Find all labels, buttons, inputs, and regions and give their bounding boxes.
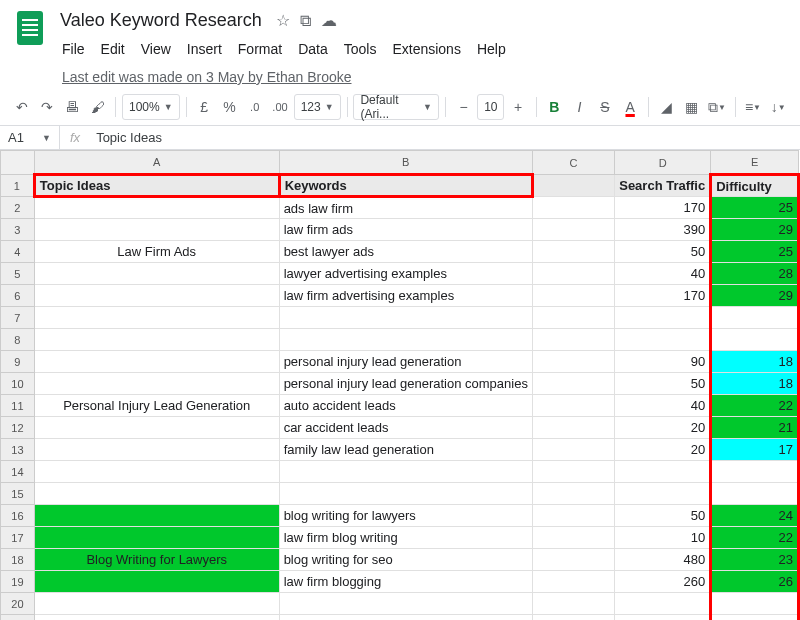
cell-E4[interactable]: 25 xyxy=(711,241,799,263)
cell-D7[interactable] xyxy=(615,307,711,329)
cloud-icon[interactable]: ☁ xyxy=(321,11,337,30)
vertical-align-button[interactable]: ↓▼ xyxy=(767,93,790,121)
cell-E17[interactable]: 22 xyxy=(711,527,799,549)
cell-D14[interactable] xyxy=(615,461,711,483)
cell-D3[interactable]: 390 xyxy=(615,219,711,241)
row-header-16[interactable]: 16 xyxy=(1,505,35,527)
cell-C13[interactable] xyxy=(532,439,614,461)
cell-A2[interactable] xyxy=(34,197,279,219)
cell-C9[interactable] xyxy=(532,351,614,373)
cell-E2[interactable]: 25 xyxy=(711,197,799,219)
cell-D12[interactable]: 20 xyxy=(615,417,711,439)
star-icon[interactable]: ☆ xyxy=(276,11,290,30)
print-button[interactable]: 🖶 xyxy=(61,93,84,121)
cell-E6[interactable]: 29 xyxy=(711,285,799,307)
cell-B4[interactable]: best lawyer ads xyxy=(279,241,532,263)
cell-C7[interactable] xyxy=(532,307,614,329)
row-header-1[interactable]: 1 xyxy=(1,175,35,197)
col-header-A[interactable]: A xyxy=(34,151,279,175)
cell-E11[interactable]: 22 xyxy=(711,395,799,417)
menu-file[interactable]: File xyxy=(56,37,91,61)
cell-C16[interactable] xyxy=(532,505,614,527)
row-header-4[interactable]: 4 xyxy=(1,241,35,263)
cell-B20[interactable] xyxy=(279,593,532,615)
cell-B8[interactable] xyxy=(279,329,532,351)
cell-D20[interactable] xyxy=(615,593,711,615)
cell-C3[interactable] xyxy=(532,219,614,241)
cell-C10[interactable] xyxy=(532,373,614,395)
cell-B15[interactable] xyxy=(279,483,532,505)
cell-D2[interactable]: 170 xyxy=(615,197,711,219)
cell-E9[interactable]: 18 xyxy=(711,351,799,373)
row-header-6[interactable]: 6 xyxy=(1,285,35,307)
row-header-13[interactable]: 13 xyxy=(1,439,35,461)
last-edit-link[interactable]: Last edit was made on 3 May by Ethan Bro… xyxy=(56,65,358,89)
text-color-button[interactable]: A xyxy=(619,93,642,121)
italic-button[interactable]: I xyxy=(568,93,591,121)
cell-E14[interactable] xyxy=(711,461,799,483)
row-header-18[interactable]: 18 xyxy=(1,549,35,571)
decrease-decimal-button[interactable]: .0 xyxy=(243,93,266,121)
row-header-2[interactable]: 2 xyxy=(1,197,35,219)
cell-A13[interactable] xyxy=(34,439,279,461)
cell-D9[interactable]: 90 xyxy=(615,351,711,373)
row-header-9[interactable]: 9 xyxy=(1,351,35,373)
cell-A6[interactable] xyxy=(34,285,279,307)
col-header-B[interactable]: B xyxy=(279,151,532,175)
cell-C1[interactable] xyxy=(532,175,614,197)
row-header-10[interactable]: 10 xyxy=(1,373,35,395)
row-header-20[interactable]: 20 xyxy=(1,593,35,615)
row-header-5[interactable]: 5 xyxy=(1,263,35,285)
borders-button[interactable]: ▦ xyxy=(680,93,703,121)
strikethrough-button[interactable]: S xyxy=(593,93,616,121)
cell-D11[interactable]: 40 xyxy=(615,395,711,417)
row-header-21[interactable]: 21 xyxy=(1,615,35,621)
cell-E1[interactable]: Difficulty xyxy=(711,175,799,197)
menu-help[interactable]: Help xyxy=(471,37,512,61)
cell-C6[interactable] xyxy=(532,285,614,307)
row-header-8[interactable]: 8 xyxy=(1,329,35,351)
cell-C20[interactable] xyxy=(532,593,614,615)
cell-B19[interactable]: law firm blogging xyxy=(279,571,532,593)
currency-button[interactable]: £ xyxy=(192,93,215,121)
cell-D18[interactable]: 480 xyxy=(615,549,711,571)
cell-A3[interactable] xyxy=(34,219,279,241)
cell-E10[interactable]: 18 xyxy=(711,373,799,395)
font-size-decrease[interactable]: − xyxy=(452,93,475,121)
menu-tools[interactable]: Tools xyxy=(338,37,383,61)
cell-C12[interactable] xyxy=(532,417,614,439)
cell-E15[interactable] xyxy=(711,483,799,505)
cell-E3[interactable]: 29 xyxy=(711,219,799,241)
move-icon[interactable]: ⧉ xyxy=(300,12,311,30)
cell-D19[interactable]: 260 xyxy=(615,571,711,593)
font-size-increase[interactable]: + xyxy=(506,93,529,121)
app-logo[interactable] xyxy=(10,8,50,48)
cell-D6[interactable]: 170 xyxy=(615,285,711,307)
cell-A20[interactable] xyxy=(34,593,279,615)
cell-C17[interactable] xyxy=(532,527,614,549)
redo-button[interactable]: ↷ xyxy=(35,93,58,121)
cell-A10[interactable] xyxy=(34,373,279,395)
cell-A21[interactable] xyxy=(34,615,279,621)
cell-A11[interactable]: Personal Injury Lead Generation xyxy=(34,395,279,417)
cell-B6[interactable]: law firm advertising examples xyxy=(279,285,532,307)
cell-A8[interactable] xyxy=(34,329,279,351)
row-header-17[interactable]: 17 xyxy=(1,527,35,549)
cell-C18[interactable] xyxy=(532,549,614,571)
paint-format-button[interactable]: 🖌 xyxy=(86,93,109,121)
cell-C5[interactable] xyxy=(532,263,614,285)
cell-E20[interactable] xyxy=(711,593,799,615)
menu-edit[interactable]: Edit xyxy=(95,37,131,61)
cell-E19[interactable]: 26 xyxy=(711,571,799,593)
cell-C11[interactable] xyxy=(532,395,614,417)
row-header-11[interactable]: 11 xyxy=(1,395,35,417)
cell-C4[interactable] xyxy=(532,241,614,263)
cell-E7[interactable] xyxy=(711,307,799,329)
formula-bar[interactable]: Topic Ideas xyxy=(90,126,168,149)
cell-C15[interactable] xyxy=(532,483,614,505)
font-select[interactable]: Default (Ari...▼ xyxy=(353,94,439,120)
select-all-corner[interactable] xyxy=(1,151,35,175)
cell-B9[interactable]: personal injury lead generation xyxy=(279,351,532,373)
cell-C2[interactable] xyxy=(532,197,614,219)
cell-A16[interactable] xyxy=(34,505,279,527)
